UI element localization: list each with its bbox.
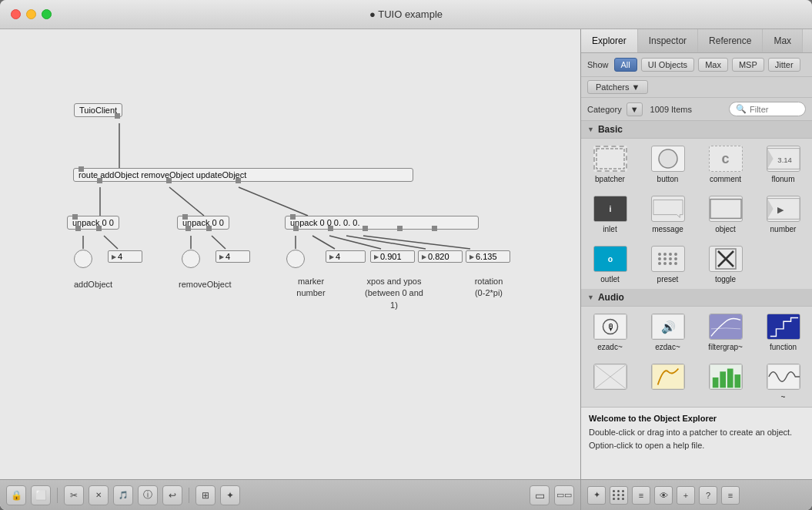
minimize-button[interactable] bbox=[26, 9, 36, 19]
circle3[interactable] bbox=[286, 250, 305, 268]
obj-audio6[interactable] bbox=[639, 357, 697, 407]
tuio-client-obj[interactable]: TuioClient bbox=[74, 103, 122, 117]
items-count: 1009 Items bbox=[650, 105, 692, 114]
svg-line-7 bbox=[212, 236, 226, 249]
basic-section-header[interactable]: ▼ Basic bbox=[581, 121, 812, 139]
cut-button[interactable]: ✂ bbox=[64, 485, 84, 505]
main-content: TuioClient route addObject removeObject … bbox=[0, 29, 812, 510]
rt-help-button[interactable]: ? bbox=[699, 486, 717, 505]
button-label: button bbox=[657, 175, 679, 183]
obj-comment[interactable]: c comment bbox=[697, 139, 754, 189]
obj-ezadc[interactable]: 🎙 ezadc~ bbox=[581, 307, 639, 357]
label-add: addObject bbox=[74, 280, 135, 289]
obj-bpatcher[interactable]: bpatcher bbox=[581, 139, 639, 189]
obj-flonum[interactable]: 3.14 flonum bbox=[754, 139, 812, 189]
lock-button[interactable]: 🔒 bbox=[6, 485, 26, 505]
svg-rect-39 bbox=[652, 364, 684, 389]
svg-rect-44 bbox=[734, 374, 740, 388]
obj-preset[interactable]: preset bbox=[639, 239, 697, 289]
unpack1-obj[interactable]: unpack 0 0 bbox=[67, 216, 119, 230]
function-label: function bbox=[770, 343, 797, 351]
audio-button[interactable]: 🎵 bbox=[113, 485, 133, 505]
patcher-canvas[interactable]: TuioClient route addObject removeObject … bbox=[0, 29, 580, 479]
traffic-lights bbox=[11, 9, 52, 19]
rt-grid-button[interactable] bbox=[610, 486, 628, 505]
ezdac-icon: 🔊 bbox=[651, 314, 685, 340]
numbox2[interactable]: 4 bbox=[216, 250, 250, 263]
label-rotation: rotation(0-2*pi) bbox=[462, 276, 516, 300]
obj-number[interactable]: ▶ number bbox=[754, 189, 812, 239]
svg-line-9 bbox=[312, 236, 335, 249]
tab-max[interactable]: Max bbox=[763, 29, 803, 52]
obj-toggle[interactable]: toggle bbox=[697, 239, 754, 289]
audio-objects-grid: 🎙 ezadc~ 🔊 ezdac~ bbox=[581, 307, 812, 407]
copy-button[interactable]: ⬜ bbox=[31, 485, 51, 505]
toolbar-right: ▭ ▭▭ bbox=[530, 485, 574, 505]
close-patcher-button[interactable]: ✕ bbox=[89, 485, 109, 505]
close-button[interactable] bbox=[11, 9, 21, 19]
filter-msp-button[interactable]: MSP bbox=[732, 58, 764, 72]
route-obj[interactable]: route addObject removeObject updateObjec… bbox=[73, 168, 413, 182]
comment-icon: c bbox=[709, 146, 743, 172]
filter-input-container[interactable]: 🔍 bbox=[729, 102, 806, 116]
obj-object[interactable]: object bbox=[697, 189, 754, 239]
floatbox3[interactable]: 0.820 bbox=[418, 250, 463, 263]
obj-audio7[interactable] bbox=[697, 357, 754, 407]
separator2 bbox=[189, 488, 189, 503]
filter-ui-button[interactable]: UI Objects bbox=[641, 58, 694, 72]
svg-line-11 bbox=[346, 236, 426, 249]
tab-inspector[interactable]: Inspector bbox=[638, 29, 698, 52]
obj-button[interactable]: button bbox=[639, 139, 697, 189]
numbox1[interactable]: 4 bbox=[108, 250, 142, 263]
filter-jitter-button[interactable]: Jitter bbox=[768, 58, 800, 72]
category-dropdown[interactable]: ▼ bbox=[627, 102, 643, 116]
label-xpos: xpos and ypos(between 0 and 1) bbox=[363, 276, 425, 311]
obj-inlet[interactable]: i inlet bbox=[581, 189, 639, 239]
rt-list-button[interactable]: ≡ bbox=[632, 486, 650, 505]
patcher-area: TuioClient route addObject removeObject … bbox=[0, 29, 581, 510]
rt-eye-button[interactable]: 👁 bbox=[654, 486, 673, 505]
maximize-button[interactable] bbox=[42, 9, 52, 19]
preset-label: preset bbox=[657, 275, 679, 284]
floatbox4[interactable]: 6.135 bbox=[466, 250, 510, 263]
obj-audio8[interactable]: ~ bbox=[754, 357, 812, 407]
unpack2-obj[interactable]: unpack 0 0 bbox=[177, 216, 229, 230]
svg-line-10 bbox=[329, 236, 381, 249]
label-remove: removeObject bbox=[179, 280, 256, 289]
rt-menu-button[interactable]: ≡ bbox=[721, 486, 740, 505]
obj-filtergraph[interactable]: filtergrap~ bbox=[697, 307, 754, 357]
svg-line-2 bbox=[169, 187, 204, 216]
circle2[interactable] bbox=[182, 250, 200, 268]
audio-section-header[interactable]: ▼ Audio bbox=[581, 289, 812, 307]
grid-button[interactable]: ⊞ bbox=[195, 485, 216, 505]
unpack3-obj[interactable]: unpack 0 0 0. 0. 0. bbox=[285, 216, 479, 230]
rt-star-button[interactable]: ✦ bbox=[587, 486, 606, 505]
undo-button[interactable]: ↩ bbox=[162, 485, 182, 505]
floatbox2[interactable]: 0.901 bbox=[370, 250, 415, 263]
obj-empty bbox=[754, 239, 812, 289]
tab-reference[interactable]: Reference bbox=[698, 29, 763, 52]
basic-section-title: Basic bbox=[598, 124, 623, 135]
tab-explorer[interactable]: Explorer bbox=[581, 29, 638, 52]
obj-function[interactable]: function bbox=[754, 307, 812, 357]
obj-ezdac[interactable]: 🔊 ezdac~ bbox=[639, 307, 697, 357]
view-single-button[interactable]: ▭ bbox=[530, 485, 550, 505]
filter-input[interactable] bbox=[750, 105, 804, 114]
audio8-icon bbox=[767, 364, 800, 390]
filter-all-button[interactable]: All bbox=[614, 58, 637, 72]
preset-icon bbox=[651, 246, 685, 272]
message-icon bbox=[651, 196, 685, 222]
circle1[interactable] bbox=[74, 250, 92, 268]
svg-point-14 bbox=[659, 149, 677, 168]
rt-add-button[interactable]: + bbox=[677, 486, 695, 505]
obj-outlet[interactable]: o outlet bbox=[581, 239, 639, 289]
obj-message[interactable]: message bbox=[639, 189, 697, 239]
star-button[interactable]: ✦ bbox=[220, 485, 240, 505]
filter-max-button[interactable]: Max bbox=[698, 58, 728, 72]
view-split-button[interactable]: ▭▭ bbox=[554, 485, 574, 505]
separator1 bbox=[57, 488, 58, 503]
info-button[interactable]: ⓘ bbox=[138, 485, 158, 505]
floatbox1[interactable]: 4 bbox=[326, 250, 366, 263]
patchers-button[interactable]: Patchers ▼ bbox=[587, 80, 648, 94]
obj-audio5[interactable] bbox=[581, 357, 639, 407]
